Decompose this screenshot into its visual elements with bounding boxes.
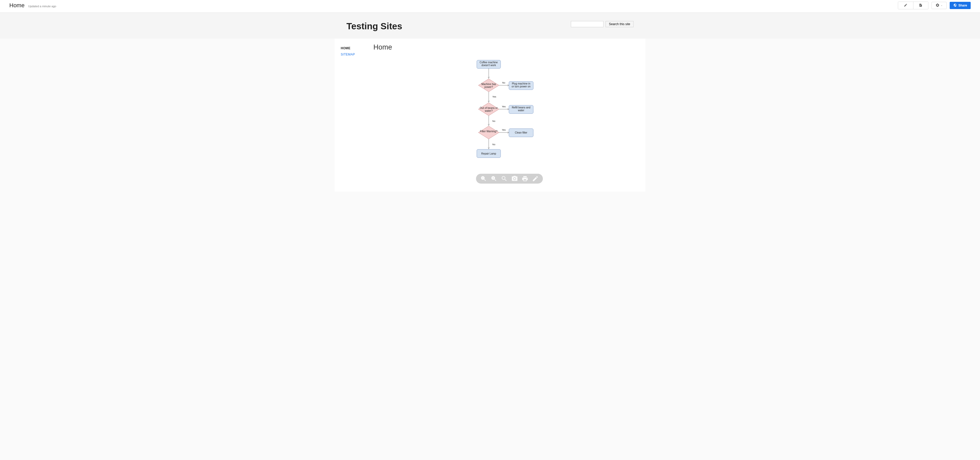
node-end-text: Repair Lamp	[481, 152, 496, 155]
sidebar-item-home[interactable]: HOME	[341, 46, 367, 50]
print-button[interactable]	[521, 175, 529, 182]
share-button[interactable]: Share	[950, 2, 970, 9]
search-button[interactable]: Search this site	[606, 21, 633, 27]
pencil-icon	[904, 3, 907, 8]
site-header-inner: Testing Sites Search this site	[334, 21, 646, 31]
share-label: Share	[958, 4, 967, 7]
chevron-down-icon	[940, 4, 943, 8]
content-area: HOME SITEMAP Home Coffee machinedoesn't …	[334, 38, 646, 192]
label-d2-right: Yes	[502, 105, 506, 108]
flowchart-wrap: Coffee machinedoesn't work Machine haspo…	[373, 59, 646, 173]
node-a1[interactable]: Plug machine inor turn power on	[509, 81, 533, 90]
page-heading: Home	[373, 43, 646, 51]
updated-timestamp: Updated a minute ago	[28, 5, 56, 8]
zoom-in-icon	[490, 175, 497, 182]
node-a2[interactable]: Refill beans andwater	[509, 105, 533, 113]
node-a3[interactable]: Clean filter	[509, 129, 533, 137]
label-d1-down: Yes	[492, 96, 496, 98]
add-page-button[interactable]	[913, 2, 928, 9]
node-d1[interactable]: Machine haspower?	[478, 79, 499, 92]
search-input[interactable]	[571, 21, 603, 27]
flowchart: Coffee machinedoesn't work Machine haspo…	[463, 59, 556, 173]
main: Home Coffee machinedoesn't work	[373, 38, 646, 184]
site-title: Testing Sites	[347, 21, 402, 31]
zoom-out-icon	[480, 175, 487, 182]
settings-button[interactable]	[932, 2, 947, 9]
globe-icon	[953, 3, 957, 8]
topbar-left: Home Updated a minute ago	[10, 2, 56, 9]
node-d3[interactable]: Filter Warning?	[478, 126, 499, 139]
add-page-icon	[919, 3, 923, 8]
edit-button-group	[898, 2, 928, 10]
topbar: Home Updated a minute ago	[0, 0, 980, 13]
zoom-in-button[interactable]	[490, 175, 498, 182]
node-start[interactable]: Coffee machinedoesn't work	[477, 60, 501, 69]
gear-icon	[935, 3, 940, 8]
sidebar: HOME SITEMAP	[334, 38, 373, 184]
label-d1-right: No	[502, 81, 505, 84]
zoom-fit-icon	[501, 175, 508, 182]
label-d3-down: No	[492, 143, 495, 146]
search-area: Search this site	[571, 21, 633, 27]
site-header-band: Testing Sites Search this site	[0, 13, 980, 38]
pencil-icon	[532, 175, 539, 182]
zoom-fit-button[interactable]	[500, 175, 508, 182]
node-a3-text: Clean filter	[515, 131, 527, 134]
label-d3-right: Yes	[502, 129, 506, 131]
edit-diagram-button[interactable]	[531, 175, 539, 182]
node-d3-text: Filter Warning?	[480, 130, 498, 133]
node-start-text: Coffee machinedoesn't work	[480, 61, 498, 67]
node-a1-text: Plug machine inor turn power on	[512, 82, 531, 88]
label-d2-down: No	[492, 120, 495, 122]
sidebar-item-sitemap[interactable]: SITEMAP	[341, 53, 367, 56]
node-d2[interactable]: Out of beans orwater?	[478, 103, 499, 116]
camera-icon	[511, 175, 518, 182]
topbar-right: Share	[898, 2, 970, 10]
screenshot-button[interactable]	[511, 175, 519, 182]
flowchart-svg: Coffee machinedoesn't work Machine haspo…	[463, 59, 556, 162]
print-icon	[522, 175, 528, 182]
node-end[interactable]: Repair Lamp	[477, 149, 501, 158]
zoom-out-button[interactable]	[480, 175, 487, 182]
diagram-toolbar	[476, 174, 543, 184]
page-title-breadcrumb: Home	[10, 2, 25, 9]
edit-button[interactable]	[898, 2, 913, 9]
